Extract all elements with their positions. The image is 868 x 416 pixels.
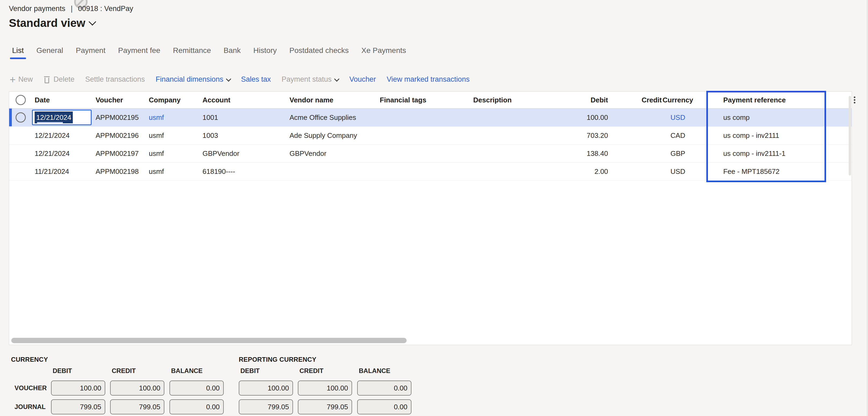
horizontal-scrollbar-thumb[interactable] bbox=[11, 338, 407, 343]
cell-currency[interactable]: USD bbox=[660, 162, 695, 180]
tab-label: List bbox=[12, 46, 24, 55]
cell-voucher[interactable]: APPM002198 bbox=[96, 162, 138, 180]
reporting-voucher-balance-value: 0.00 bbox=[357, 381, 411, 395]
chevron-down-icon bbox=[89, 18, 96, 26]
cell-debit[interactable]: 138.40 bbox=[549, 145, 608, 162]
tab-label: Bank bbox=[224, 46, 241, 55]
column-header-vendor-name[interactable]: Vendor name bbox=[289, 92, 333, 108]
table-row[interactable]: 11/21/2024 APPM002198 usmf 618190---- 2.… bbox=[9, 162, 851, 181]
cell-debit[interactable]: 100.00 bbox=[549, 109, 608, 126]
reporting-journal-balance-value: 0.00 bbox=[357, 399, 411, 414]
row-select-radio[interactable] bbox=[16, 112, 26, 123]
column-header-description[interactable]: Description bbox=[473, 92, 512, 108]
payments-grid: Date Voucher Company Account Vendor name… bbox=[9, 91, 852, 345]
date-input[interactable]: 12/21/2024 bbox=[32, 110, 92, 125]
tab-label: Remittance bbox=[173, 46, 211, 55]
sales-tax-button[interactable]: Sales tax bbox=[241, 75, 271, 84]
horizontal-scrollbar-track[interactable] bbox=[11, 338, 849, 343]
action-toolbar: + New Delete Settle transactions Financi… bbox=[10, 75, 469, 84]
currency-debit-header: DEBIT bbox=[53, 367, 72, 375]
tab-label: General bbox=[36, 46, 63, 55]
cell-currency-link[interactable]: USD bbox=[660, 109, 695, 126]
reporting-balance-header: BALANCE bbox=[359, 367, 390, 375]
tab-general[interactable]: General bbox=[36, 46, 63, 59]
reporting-journal-debit-value: 799.05 bbox=[239, 399, 293, 414]
tab-postdated-checks[interactable]: Postdated checks bbox=[289, 46, 349, 59]
view-selector[interactable]: Standard view bbox=[9, 17, 95, 30]
tab-bank[interactable]: Bank bbox=[224, 46, 241, 59]
cell-currency[interactable]: CAD bbox=[660, 126, 695, 144]
cell-company[interactable]: usmf bbox=[149, 126, 164, 144]
table-row[interactable]: 12/21/2024 APPM002196 usmf 1003 Ade Supp… bbox=[9, 126, 851, 145]
vertical-scrollbar[interactable] bbox=[849, 96, 851, 176]
cell-voucher[interactable]: APPM002195 bbox=[96, 109, 138, 126]
cell-date[interactable]: 11/21/2024 bbox=[35, 162, 69, 180]
tab-remittance[interactable]: Remittance bbox=[173, 46, 211, 59]
column-header-account[interactable]: Account bbox=[203, 92, 230, 108]
column-header-payment-reference[interactable]: Payment reference bbox=[723, 92, 786, 108]
tab-payment-fee[interactable]: Payment fee bbox=[118, 46, 160, 59]
column-header-date[interactable]: Date bbox=[35, 92, 50, 108]
journal-row-label: JOURNAL bbox=[14, 399, 45, 414]
reporting-currency-section-title: REPORTING CURRENCY bbox=[239, 356, 316, 363]
tab-label: History bbox=[253, 46, 277, 55]
cell-voucher[interactable]: APPM002197 bbox=[96, 145, 138, 162]
cell-date[interactable]: 12/21/2024 bbox=[35, 126, 69, 144]
tab-bar: List General Payment Payment fee Remitta… bbox=[12, 46, 406, 59]
table-row[interactable]: 12/21/2024 APPM002197 usmf GBPVendor GBP… bbox=[9, 145, 851, 162]
financial-dimensions-menu[interactable]: Financial dimensions bbox=[155, 75, 230, 84]
view-marked-transactions-button[interactable]: View marked transactions bbox=[387, 75, 470, 84]
column-header-financial-tags[interactable]: Financial tags bbox=[380, 92, 426, 108]
sales-tax-label: Sales tax bbox=[241, 75, 271, 84]
select-all-checkbox[interactable] bbox=[16, 95, 26, 105]
cell-vendor-name[interactable]: Acme Office Supplies bbox=[289, 109, 356, 126]
column-header-debit[interactable]: Debit bbox=[549, 92, 608, 108]
tab-xe-payments[interactable]: Xe Payments bbox=[362, 46, 406, 59]
payment-status-label: Payment status bbox=[282, 75, 332, 84]
cell-debit[interactable]: 2.00 bbox=[549, 162, 608, 180]
currency-voucher-balance-value: 0.00 bbox=[169, 381, 224, 395]
column-header-voucher[interactable]: Voucher bbox=[96, 92, 123, 108]
reporting-voucher-credit-value: 100.00 bbox=[298, 381, 352, 395]
tab-payment[interactable]: Payment bbox=[76, 46, 105, 59]
currency-voucher-credit-value: 100.00 bbox=[110, 381, 164, 395]
cell-account[interactable]: 1003 bbox=[203, 126, 218, 144]
cell-vendor-name[interactable]: GBPVendor bbox=[289, 145, 326, 162]
column-header-company[interactable]: Company bbox=[149, 92, 181, 108]
reporting-credit-header: CREDIT bbox=[300, 367, 323, 375]
cell-debit[interactable]: 703.20 bbox=[549, 126, 608, 144]
plus-icon: + bbox=[10, 77, 16, 82]
tab-list[interactable]: List bbox=[12, 46, 24, 59]
page-title: Vendor payments bbox=[9, 5, 65, 13]
cell-payment-reference[interactable]: us comp - inv2111 bbox=[723, 126, 779, 144]
cell-account[interactable]: 1001 bbox=[203, 109, 218, 126]
tab-label: Payment bbox=[76, 46, 105, 55]
cell-vendor-name[interactable]: Ade Supply Company bbox=[289, 126, 357, 144]
trash-icon bbox=[43, 76, 50, 84]
cell-account[interactable]: GBPVendor bbox=[203, 145, 239, 162]
cell-company[interactable]: usmf bbox=[149, 162, 164, 180]
payment-status-menu[interactable]: Payment status bbox=[282, 75, 339, 84]
cell-account[interactable]: 618190---- bbox=[203, 162, 235, 180]
financial-dimensions-label: Financial dimensions bbox=[155, 75, 223, 84]
delete-button[interactable]: Delete bbox=[43, 75, 74, 84]
cell-company[interactable]: usmf bbox=[149, 145, 164, 162]
settle-transactions-button[interactable]: Settle transactions bbox=[85, 75, 145, 84]
cell-payment-reference[interactable]: us comp - inv2111-1 bbox=[723, 145, 785, 162]
column-header-credit[interactable]: Credit bbox=[608, 92, 662, 108]
cell-company-link[interactable]: usmf bbox=[149, 109, 164, 126]
cell-payment-reference[interactable]: us comp bbox=[723, 109, 750, 126]
new-button[interactable]: + New bbox=[10, 75, 33, 84]
voucher-button[interactable]: Voucher bbox=[349, 75, 376, 84]
cell-currency[interactable]: GBP bbox=[660, 145, 695, 162]
cell-voucher[interactable]: APPM002196 bbox=[96, 126, 138, 144]
cell-payment-reference[interactable]: Fee - MPT185672 bbox=[723, 162, 780, 180]
kebab-menu-icon[interactable] bbox=[852, 95, 857, 105]
currency-section-title: CURRENCY bbox=[11, 356, 48, 363]
table-row[interactable]: 12/21/2024 APPM002195 usmf 1001 Acme Off… bbox=[9, 109, 851, 126]
tab-history[interactable]: History bbox=[253, 46, 277, 59]
cell-date[interactable]: 12/21/2024 bbox=[35, 145, 69, 162]
delete-button-label: Delete bbox=[54, 75, 74, 84]
tab-label: Postdated checks bbox=[289, 46, 349, 55]
column-header-currency[interactable]: Currency bbox=[660, 92, 695, 108]
